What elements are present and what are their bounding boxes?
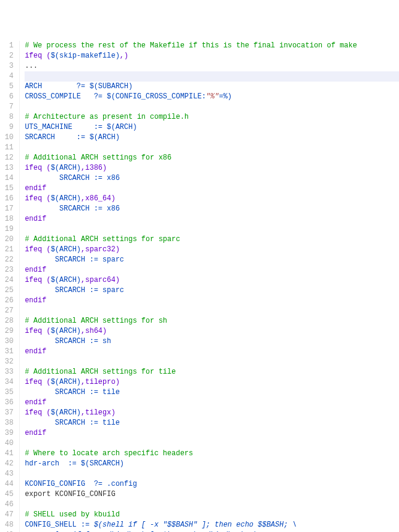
line-number: 36: [5, 398, 13, 408]
line-number: 26: [5, 296, 13, 306]
line-number: 42: [5, 459, 13, 469]
code-line: [25, 438, 399, 449]
code-token: $(ARCH): [51, 245, 81, 254]
code-line: SRCARCH := sparc: [25, 255, 399, 265]
line-number: 46: [5, 500, 13, 510]
code-line: [25, 469, 399, 479]
code-token: $(ARCH): [51, 164, 81, 172]
code-line: ifeq ($(ARCH),i386): [25, 163, 399, 173]
code-line: # Additional ARCH settings for sparc: [25, 235, 399, 245]
code-token: KCONFIG_CONFIG ?= .config: [25, 480, 137, 488]
code-token: SRCARCH := x86: [59, 205, 120, 213]
line-number: 9: [5, 122, 13, 133]
line-number: 6: [5, 92, 13, 102]
code-token: ,sparc32): [81, 245, 120, 254]
code-token: $(ARCH): [51, 378, 81, 386]
code-line: [25, 306, 399, 316]
line-number: 21: [5, 245, 13, 255]
code-line: [25, 102, 399, 112]
line-number: 44: [5, 479, 13, 489]
code-token: ...: [25, 62, 38, 70]
code-token: ,sh64): [81, 327, 107, 335]
line-number: 29: [5, 326, 13, 336]
line-number: 41: [5, 449, 13, 459]
line-number: 7: [5, 102, 13, 112]
code-line: [25, 500, 399, 510]
code-line: # Additional ARCH settings for sh: [25, 316, 399, 326]
line-number: 43: [5, 469, 13, 479]
code-line: CONFIG_SHELL := $(shell if [ -x "$$BASH"…: [25, 520, 399, 530]
code-token: endif: [25, 347, 46, 356]
code-line: [25, 357, 399, 367]
code-line: # We process the rest of the Makefile if…: [25, 41, 399, 51]
code-token: ifeq (: [25, 276, 50, 284]
code-token: ifeq (: [25, 408, 50, 417]
code-token: SRCARCH := sparc: [55, 286, 124, 294]
code-token: =%): [219, 92, 232, 101]
code-line: SRCARCH := sparc: [25, 285, 399, 296]
code-token: [25, 388, 55, 396]
code-token: ifeq (: [25, 378, 50, 386]
code-content[interactable]: # We process the rest of the Makefile if…: [20, 41, 399, 532]
code-token: ,): [120, 52, 128, 60]
line-number: 20: [5, 235, 13, 245]
code-token: ifeq (: [25, 52, 50, 60]
line-number: 10: [5, 133, 13, 143]
code-token: endif: [25, 266, 46, 274]
code-token: ,i386): [81, 164, 107, 172]
code-line: ifeq ($(ARCH),tilegx): [25, 408, 399, 418]
line-number: 15: [5, 184, 13, 194]
code-line: SRCARCH := $(ARCH): [25, 133, 399, 143]
code-line: SRCARCH := tile: [25, 418, 399, 428]
code-token: ifeq (: [25, 327, 50, 335]
line-number: 5: [5, 82, 13, 92]
code-line: ifeq ($(skip-makefile),): [25, 51, 399, 61]
line-number: 32: [5, 357, 13, 367]
code-line: ARCH ?= $(SUBARCH): [25, 82, 399, 92]
line-number: 34: [5, 377, 13, 387]
code-token: # SHELL used by kbuild: [25, 510, 119, 519]
code-token: UTS_MACHINE := $(ARCH): [25, 123, 137, 131]
line-number: 48: [5, 520, 13, 530]
line-number: 11: [5, 143, 13, 153]
code-line: # SHELL used by kbuild: [25, 510, 399, 520]
code-line: ...: [25, 61, 399, 71]
line-number: 28: [5, 316, 13, 326]
line-number: 19: [5, 224, 13, 235]
code-line: ifeq ($(ARCH),sparc64): [25, 275, 399, 285]
code-token: ,tilepro): [81, 378, 120, 386]
code-token: $(skip-makefile): [51, 52, 120, 60]
code-token: # Architecture as present in compile.h: [25, 113, 189, 121]
code-token: # We process the rest of the Makefile if…: [25, 41, 357, 50]
code-token: ifeq (: [25, 245, 50, 254]
code-token: export KCONFIG_CONFIG: [25, 490, 115, 498]
code-token: ARCH ?= $(SUBARCH): [25, 82, 132, 91]
code-token: $(ARCH): [51, 327, 81, 335]
code-token: # Where to locate arch specific headers: [25, 449, 193, 458]
code-line: ifeq ($(ARCH),tilepro): [25, 377, 399, 387]
code-line: ifeq ($(ARCH),sparc32): [25, 245, 399, 255]
code-line: endif: [25, 428, 399, 438]
line-number: 39: [5, 428, 13, 438]
line-number: 27: [5, 306, 13, 316]
code-token: # Additional ARCH settings for sh: [25, 317, 167, 325]
code-token: [25, 286, 55, 294]
line-number: 47: [5, 510, 13, 520]
code-token: endif: [25, 184, 46, 193]
code-line: endif: [25, 184, 399, 194]
line-number: 12: [5, 153, 13, 163]
code-line: endif: [25, 296, 399, 306]
code-line: KCONFIG_CONFIG ?= .config: [25, 479, 399, 489]
code-line: SRCARCH := sh: [25, 336, 399, 347]
line-number: 30: [5, 336, 13, 347]
line-number: 23: [5, 265, 13, 275]
line-number: 22: [5, 255, 13, 265]
code-token: SRCARCH := x86: [59, 174, 120, 182]
code-line: [25, 224, 399, 235]
code-token: CROSS_COMPILE ?= $(CONFIG_CROSS_COMPILE:: [25, 92, 205, 101]
code-line: # Additional ARCH settings for x86: [25, 153, 399, 163]
line-number: 33: [5, 367, 13, 377]
code-token: SRCARCH := sh: [55, 337, 111, 345]
code-line: # Architecture as present in compile.h: [25, 112, 399, 122]
code-line: [25, 71, 399, 82]
